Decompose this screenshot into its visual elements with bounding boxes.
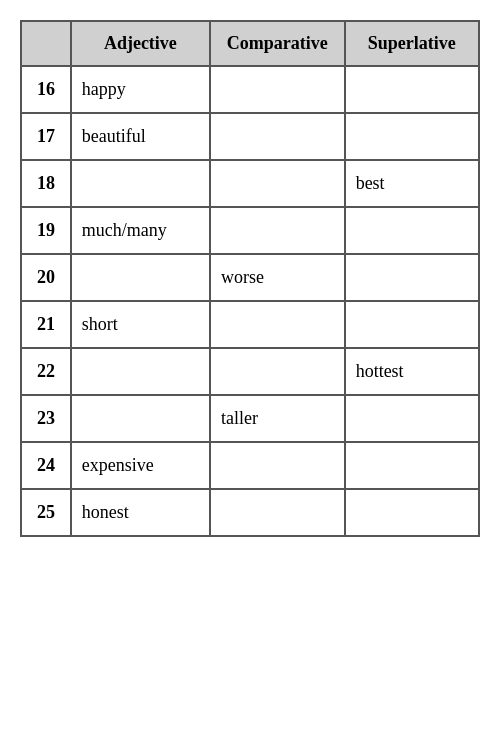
adjectives-table: Adjective Comparative Superlative 16happ… (20, 20, 480, 537)
row-superlative (345, 301, 479, 348)
row-comparative (210, 113, 345, 160)
header-superlative: Superlative (345, 21, 479, 66)
table-row: 17beautiful (21, 113, 479, 160)
row-comparative (210, 489, 345, 536)
row-number: 16 (21, 66, 71, 113)
row-comparative (210, 207, 345, 254)
row-adjective: short (71, 301, 210, 348)
row-superlative (345, 395, 479, 442)
row-number: 23 (21, 395, 71, 442)
row-number: 20 (21, 254, 71, 301)
table-row: 23taller (21, 395, 479, 442)
row-comparative (210, 160, 345, 207)
row-number: 19 (21, 207, 71, 254)
row-number: 17 (21, 113, 71, 160)
row-number: 24 (21, 442, 71, 489)
row-superlative (345, 66, 479, 113)
row-adjective: honest (71, 489, 210, 536)
header-adjective: Adjective (71, 21, 210, 66)
row-superlative (345, 207, 479, 254)
row-comparative: taller (210, 395, 345, 442)
row-number: 22 (21, 348, 71, 395)
row-number: 18 (21, 160, 71, 207)
row-adjective (71, 395, 210, 442)
table-row: 19much/many (21, 207, 479, 254)
table-row: 16happy (21, 66, 479, 113)
table-row: 24expensive (21, 442, 479, 489)
table-row: 22hottest (21, 348, 479, 395)
table-row: 20worse (21, 254, 479, 301)
row-superlative (345, 442, 479, 489)
row-superlative (345, 489, 479, 536)
row-superlative: best (345, 160, 479, 207)
row-comparative (210, 66, 345, 113)
row-adjective: happy (71, 66, 210, 113)
row-number: 25 (21, 489, 71, 536)
table-row: 21short (21, 301, 479, 348)
row-comparative (210, 301, 345, 348)
header-num (21, 21, 71, 66)
row-adjective (71, 348, 210, 395)
header-comparative: Comparative (210, 21, 345, 66)
row-superlative (345, 113, 479, 160)
row-adjective: much/many (71, 207, 210, 254)
row-adjective: beautiful (71, 113, 210, 160)
table-wrapper: Adjective Comparative Superlative 16happ… (20, 20, 480, 537)
row-comparative (210, 442, 345, 489)
row-superlative (345, 254, 479, 301)
row-superlative: hottest (345, 348, 479, 395)
row-adjective (71, 254, 210, 301)
table-row: 18best (21, 160, 479, 207)
row-adjective (71, 160, 210, 207)
table-row: 25honest (21, 489, 479, 536)
row-comparative (210, 348, 345, 395)
row-number: 21 (21, 301, 71, 348)
row-adjective: expensive (71, 442, 210, 489)
row-comparative: worse (210, 254, 345, 301)
header-row: Adjective Comparative Superlative (21, 21, 479, 66)
